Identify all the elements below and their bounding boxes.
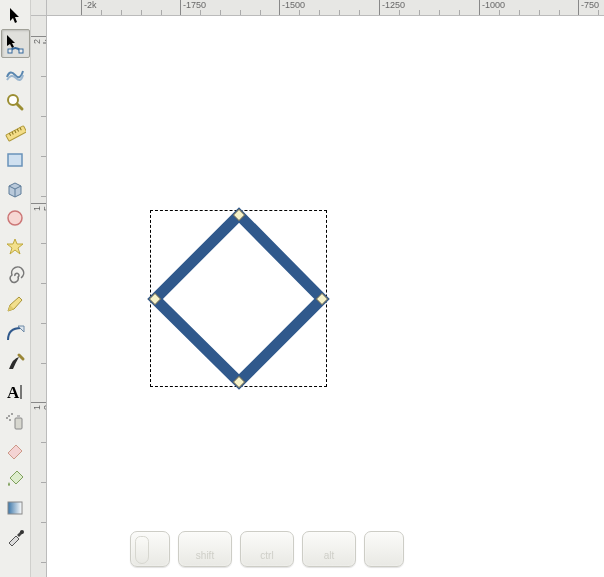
measure-tool[interactable] bbox=[1, 116, 30, 145]
eraser-tool[interactable] bbox=[1, 435, 30, 464]
spiral-tool[interactable] bbox=[1, 261, 30, 290]
bezier-tool[interactable] bbox=[1, 319, 30, 348]
gradient-tool[interactable] bbox=[1, 493, 30, 522]
rectangle-tool[interactable] bbox=[1, 145, 30, 174]
ruler-origin[interactable] bbox=[31, 0, 47, 16]
text-tool[interactable]: A bbox=[1, 377, 30, 406]
dropper-tool[interactable] bbox=[1, 522, 30, 551]
alt-key-status: alt bbox=[302, 531, 356, 567]
node-tool[interactable] bbox=[1, 29, 30, 58]
svg-point-17 bbox=[11, 413, 13, 415]
mouse-status-key bbox=[130, 531, 170, 567]
svg-rect-1 bbox=[19, 49, 23, 53]
svg-line-3 bbox=[17, 104, 22, 109]
tweak-tool[interactable] bbox=[1, 58, 30, 87]
svg-rect-10 bbox=[8, 154, 22, 166]
svg-rect-15 bbox=[17, 415, 20, 418]
svg-point-19 bbox=[6, 417, 8, 419]
spray-tool[interactable] bbox=[1, 406, 30, 435]
svg-point-16 bbox=[8, 415, 10, 417]
selector-tool[interactable] bbox=[1, 0, 30, 29]
modifier-keys-display: shift ctrl alt bbox=[130, 526, 404, 571]
canvas[interactable]: shift ctrl alt bbox=[47, 16, 604, 577]
svg-rect-4 bbox=[6, 125, 26, 141]
toolbox: A bbox=[0, 0, 31, 577]
star-tool[interactable] bbox=[1, 232, 30, 261]
bucket-tool[interactable] bbox=[1, 464, 30, 493]
selected-shape[interactable] bbox=[47, 16, 604, 576]
blank-key-status bbox=[364, 531, 404, 567]
svg-point-18 bbox=[9, 419, 11, 421]
shift-key-status: shift bbox=[178, 531, 232, 567]
ctrl-key-status: ctrl bbox=[240, 531, 294, 567]
svg-rect-14 bbox=[15, 418, 22, 429]
svg-rect-0 bbox=[8, 49, 12, 53]
svg-point-21 bbox=[20, 530, 24, 534]
ruler-horizontal[interactable]: -2k-1750-1500-1250-1000-750 bbox=[47, 0, 604, 16]
pencil-tool[interactable] bbox=[1, 290, 30, 319]
main-area: -2k-1750-1500-1250-1000-750 2 k1 5 0 01 … bbox=[31, 0, 604, 577]
svg-point-11 bbox=[8, 211, 22, 225]
3dbox-tool[interactable] bbox=[1, 174, 30, 203]
zoom-tool[interactable] bbox=[1, 87, 30, 116]
calligraphy-tool[interactable] bbox=[1, 348, 30, 377]
circle-tool[interactable] bbox=[1, 203, 30, 232]
svg-rect-20 bbox=[8, 502, 22, 514]
svg-text:A: A bbox=[7, 383, 20, 402]
ruler-vertical[interactable]: 2 k1 5 0 01 0 0 0 bbox=[31, 16, 47, 577]
diamond-path[interactable] bbox=[155, 215, 322, 382]
